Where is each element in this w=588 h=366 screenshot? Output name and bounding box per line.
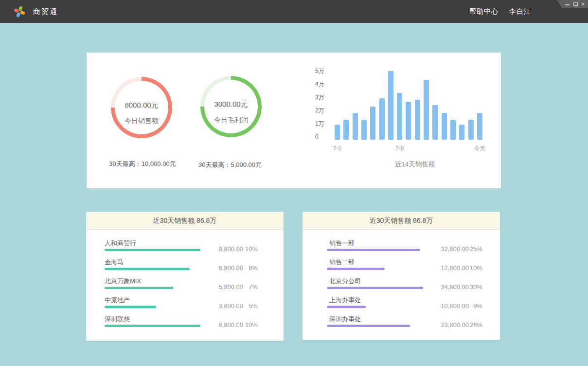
sales-amount: 12,800.00 — [415, 264, 469, 272]
sales-progress-bar — [105, 306, 156, 308]
daily-sales-bar — [442, 113, 447, 140]
department-sales-rows: 销售一部32,800.0025%销售二部12,800.0010%北京分公司34,… — [303, 230, 500, 331]
daily-sales-bar — [415, 100, 420, 140]
entity-name: 人和商贸行 — [105, 239, 136, 248]
list-item: 人和商贸行8,800.0010% — [86, 236, 284, 255]
daily-sales-bar — [335, 125, 340, 140]
username-menu[interactable]: 李白江 — [509, 7, 531, 16]
today-sales-donut: 8000.00元 今日销售额 — [111, 77, 172, 138]
overview-card: 8000.00元 今日销售额 30天最高：10,000.00元 3000.00元… — [87, 53, 501, 188]
entity-name: 销售一部 — [329, 239, 355, 248]
entity-name: 上海办事处 — [329, 296, 361, 305]
list-item: 销售二部12,800.0010% — [303, 255, 500, 274]
sales-amount: 6,800.00 — [190, 264, 243, 272]
profit-30day-max: 30天最高：5,000.00元 — [167, 162, 293, 168]
app-window: 商贸通 帮助中心 李白江 × 8000.00元 今日销售额 30天最高：10,0… — [0, 0, 588, 366]
y-axis-tick: 4万 — [315, 81, 324, 88]
customer-sales-card-title: 近30天销售额 86.8万 — [86, 212, 284, 230]
bar-chart-title: 近14天销售额 — [366, 160, 463, 169]
daily-sales-bar — [397, 93, 402, 140]
y-axis-tick: 5万 — [315, 68, 324, 74]
daily-sales-bar — [388, 71, 393, 140]
sales-amount: 3,800.00 — [190, 302, 243, 310]
app-logo-icon — [13, 5, 26, 18]
department-sales-card-title: 近30天销售额 86.8万 — [303, 212, 500, 230]
y-axis-tick: 0 — [315, 133, 319, 140]
y-axis-tick: 1万 — [315, 120, 324, 127]
sales-amount: 8,800.00 — [190, 245, 243, 253]
minimize-icon[interactable] — [565, 4, 570, 5]
today-sales-label: 今日销售额 — [125, 116, 159, 126]
daily-sales-bar — [343, 120, 349, 140]
sales-progress-bar — [327, 268, 385, 270]
today-profit-donut: 3000.00元 今日毛利润 — [200, 76, 262, 137]
sales-percent: 8% — [240, 264, 258, 272]
entity-name: 中原地产 — [105, 296, 130, 305]
sales-amount: 32,800.00 — [415, 245, 469, 253]
daily-sales-bar — [468, 120, 474, 140]
sales-progress-bar — [105, 287, 173, 289]
today-profit-label: 今日毛利润 — [214, 115, 248, 125]
sales-progress-bar — [327, 287, 423, 289]
list-item: 北京分公司34,800.0030% — [303, 274, 500, 293]
daily-sales-bar — [361, 120, 367, 140]
daily-sales-bar — [379, 98, 385, 140]
daily-sales-bar — [424, 80, 429, 140]
bar-chart-x-axis: 7-17-8今天 — [335, 145, 482, 152]
today-profit-value: 3000.00元 — [214, 99, 248, 109]
maximize-icon[interactable] — [573, 2, 578, 6]
today-sales-center: 8000.00元 今日销售额 — [111, 77, 172, 138]
window-controls: × — [557, 0, 588, 8]
sales-amount: 8,800.00 — [190, 321, 243, 329]
sales-percent: 10% — [465, 264, 482, 272]
y-axis-tick: 3万 — [315, 94, 324, 101]
close-icon[interactable]: × — [582, 1, 585, 6]
daily-sales-bar — [432, 105, 438, 140]
list-item: 销售一部32,800.0025% — [303, 236, 500, 255]
x-axis-tick: 7-1 — [333, 145, 341, 152]
bar-chart-plot-area — [335, 71, 482, 140]
entity-name: 北京分公司 — [329, 277, 361, 286]
list-item: 深圳联想8,800.0010% — [86, 312, 284, 331]
sales-percent: 10% — [240, 321, 258, 329]
entity-name: 销售二部 — [329, 258, 355, 267]
today-sales-value: 8000.00元 — [125, 100, 158, 110]
app-title: 商贸通 — [33, 0, 58, 23]
sales-progress-bar — [327, 249, 420, 251]
daily-sales-bar — [353, 113, 358, 140]
sales-amount: 5,800.00 — [190, 283, 243, 291]
list-item: 上海办事处10,800.009% — [303, 293, 500, 312]
today-profit-center: 3000.00元 今日毛利润 — [200, 76, 262, 137]
x-axis-tick: 7-8 — [395, 145, 404, 152]
x-axis-tick: 今天 — [474, 145, 485, 152]
entity-name: 金海马 — [105, 258, 124, 267]
sales-amount: 23,800.00 — [415, 321, 469, 329]
daily-sales-bar — [477, 113, 482, 140]
list-item: 金海马6,800.008% — [86, 255, 284, 274]
sales-percent: 9% — [465, 302, 482, 310]
topbar: 商贸通 帮助中心 李白江 × — [0, 0, 588, 23]
sales-percent: 25% — [465, 245, 482, 253]
customer-sales-rows: 人和商贸行8,800.0010%金海马6,800.008%北京万象MIX5,80… — [86, 230, 284, 331]
entity-name: 深圳联想 — [105, 315, 130, 324]
customer-sales-card: 近30天销售额 86.8万 人和商贸行8,800.0010%金海马6,800.0… — [86, 212, 284, 341]
entity-name: 深圳办事处 — [329, 315, 361, 324]
sales-amount: 10,800.00 — [415, 302, 469, 310]
sales-percent: 10% — [240, 245, 258, 253]
sales-progress-bar — [327, 306, 366, 308]
sales-progress-bar — [327, 325, 410, 327]
daily-sales-bar — [459, 125, 464, 140]
sales-progress-bar — [105, 268, 190, 270]
daily-sales-bar — [370, 107, 375, 140]
list-item: 北京万象MIX5,800.007% — [86, 274, 284, 293]
y-axis-tick: 2万 — [315, 107, 324, 114]
sales-percent: 7% — [240, 283, 258, 291]
sales-progress-bar — [105, 325, 200, 327]
sales-amount: 34,800.00 — [415, 283, 469, 291]
daily-sales-bar — [450, 120, 456, 140]
list-item: 深圳办事处23,800.0026% — [303, 312, 500, 331]
topbar-links: 帮助中心 李白江 — [469, 0, 531, 23]
list-item: 中原地产3,800.005% — [86, 293, 284, 312]
sales-percent: 30% — [465, 283, 482, 291]
help-center-link[interactable]: 帮助中心 — [469, 7, 499, 16]
